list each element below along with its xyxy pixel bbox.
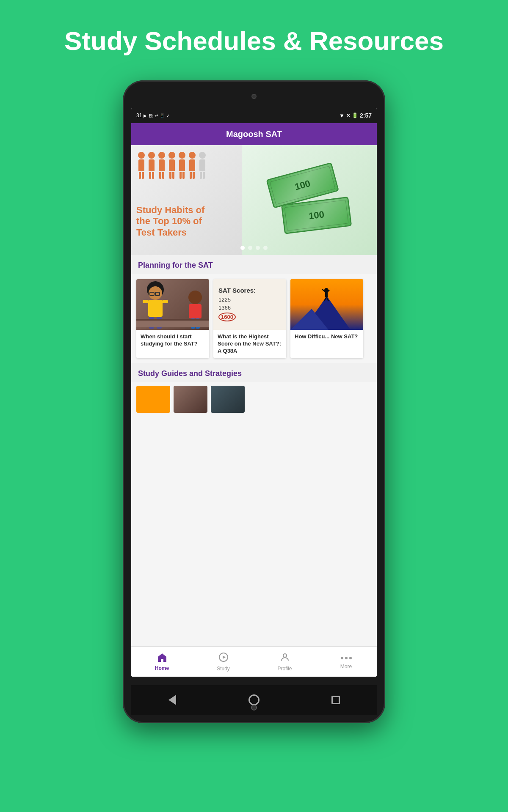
card-scores[interactable]: SAT Scores: 1225 1366 1600 What is the H…	[213, 279, 286, 358]
person-legs	[139, 172, 144, 179]
nav-profile-label: Profile	[277, 666, 292, 672]
dot-2[interactable]	[248, 246, 252, 250]
carousel-dots[interactable]	[240, 246, 268, 250]
card-mountain-image	[290, 279, 363, 330]
nav-home-label: Home	[155, 665, 169, 671]
person-figure-2	[148, 152, 155, 179]
calendar-icon: 31	[136, 112, 142, 118]
study-icon	[218, 652, 229, 664]
back-icon	[168, 695, 176, 705]
status-right: ▼ ✕ 🔋 2:57	[339, 112, 372, 119]
battery-icon: 🔋	[352, 112, 358, 118]
hero-headline: Study Habits of the Top 10% of Test Take…	[136, 205, 266, 238]
score-circled: 1600	[218, 313, 236, 321]
person-figure-3	[158, 152, 165, 179]
card-scores-image: SAT Scores: 1225 1366 1600	[213, 279, 286, 330]
study-guides-title: Study Guides and Strategies	[138, 369, 242, 378]
nav-item-study[interactable]: Study	[193, 647, 254, 677]
task-icon: ✓	[166, 113, 170, 118]
screen-content[interactable]: 100 100 Study Habits of the Top 10% of	[131, 145, 377, 646]
svg-rect-11	[189, 304, 202, 318]
svg-rect-7	[162, 300, 168, 303]
planning-section: Planning for the SAT	[131, 255, 377, 274]
study-guides-section: Study Guides and Strategies	[131, 363, 377, 416]
study-img	[136, 279, 209, 330]
svg-point-28	[349, 657, 352, 659]
svg-point-27	[345, 657, 348, 659]
arrows-icon: ⇄	[155, 113, 158, 118]
svg-rect-6	[143, 300, 149, 303]
guide-thumb-2[interactable]	[174, 386, 207, 413]
svg-point-26	[341, 657, 343, 659]
nav-item-home[interactable]: Home	[131, 647, 193, 677]
nav-more-label: More	[340, 664, 352, 669]
nav-study-label: Study	[217, 666, 230, 672]
card-3-text: How Difficu... New SAT?	[290, 330, 363, 344]
image-icon: 🖼	[149, 113, 153, 118]
phone-icon: 📱	[160, 113, 165, 118]
page-title: Study Schedules & Resources	[0, 0, 508, 74]
signal-icon: ✕	[346, 113, 350, 118]
guide-thumb-3[interactable]	[211, 386, 245, 413]
page-background: Study Schedules & Resources 31 ▶ 🖼 ⇄ 📱 ✓…	[0, 0, 508, 812]
app-bar: Magoosh SAT	[131, 123, 377, 145]
bottom-nav: Home Study	[131, 646, 377, 677]
recents-icon	[331, 696, 340, 704]
svg-marker-24	[223, 656, 226, 659]
card-studying[interactable]: When should I start studying for the SAT…	[136, 279, 209, 358]
app-bar-title: Magoosh SAT	[226, 129, 282, 139]
mountain-svg	[290, 279, 363, 330]
video-icon: ▶	[144, 113, 147, 118]
cards-row[interactable]: When should I start studying for the SAT…	[131, 274, 377, 363]
person-figure-5	[179, 152, 185, 179]
score-1225: 1225	[218, 296, 231, 304]
back-button[interactable]	[166, 694, 179, 706]
svg-point-25	[283, 654, 287, 657]
score-1600: 1600	[218, 312, 236, 322]
dot-4[interactable]	[263, 246, 268, 250]
svg-rect-5	[148, 300, 163, 317]
status-bar: 31 ▶ 🖼 ⇄ 📱 ✓ ▼ ✕ 🔋 2:57	[131, 108, 377, 123]
scores-title: SAT Scores:	[218, 287, 256, 294]
card-mountain[interactable]: How Difficu... New SAT?	[290, 279, 363, 358]
dot-3[interactable]	[256, 246, 260, 250]
svg-point-10	[188, 291, 202, 304]
dot-1[interactable]	[240, 246, 245, 250]
card-2-text: What is the Highest Score on the New SAT…	[213, 330, 286, 358]
recents-button[interactable]	[329, 694, 342, 706]
card-1-text: When should I start studying for the SAT…	[136, 330, 209, 351]
hero-text-overlay: Study Habits of the Top 10% of Test Take…	[136, 205, 266, 238]
person-body	[138, 159, 144, 171]
scores-img: SAT Scores: 1225 1366 1600	[213, 279, 286, 330]
card-study-image	[136, 279, 209, 330]
tablet-camera	[251, 94, 257, 99]
hero-carousel[interactable]: 100 100 Study Habits of the Top 10% of	[131, 145, 377, 255]
person-head	[138, 152, 145, 159]
nav-item-more[interactable]: More	[315, 647, 377, 677]
tablet-shell: 31 ▶ 🖼 ⇄ 📱 ✓ ▼ ✕ 🔋 2:57 Magoosh SAT	[123, 80, 385, 723]
person-figure-1	[138, 152, 145, 179]
planning-title: Planning for the SAT	[138, 261, 213, 269]
guide-thumb-1[interactable]	[136, 386, 170, 413]
home-icon	[157, 653, 167, 664]
time-display: 2:57	[360, 112, 372, 119]
people-area	[131, 145, 254, 211]
home-circle-icon	[248, 694, 260, 705]
person-figure-6	[189, 152, 196, 179]
book	[136, 319, 209, 327]
more-icon	[340, 654, 352, 662]
profile-icon	[280, 652, 290, 664]
money-bills: 100 100	[271, 164, 348, 236]
money-area: 100 100	[242, 145, 377, 255]
nav-item-profile[interactable]: Profile	[254, 647, 315, 677]
physical-home-button[interactable]	[251, 705, 257, 710]
study-guides-header: Study Guides and Strategies	[131, 363, 377, 382]
study-guides-preview[interactable]	[131, 382, 377, 416]
tablet-screen: 31 ▶ 🖼 ⇄ 📱 ✓ ▼ ✕ 🔋 2:57 Magoosh SAT	[131, 108, 377, 677]
wifi-icon: ▼	[339, 112, 345, 119]
mountain-img	[290, 279, 363, 330]
person-figure-7	[199, 152, 206, 179]
person-figure-4	[168, 152, 175, 179]
score-1366: 1366	[218, 304, 231, 312]
status-left: 31 ▶ 🖼 ⇄ 📱 ✓	[136, 112, 170, 118]
